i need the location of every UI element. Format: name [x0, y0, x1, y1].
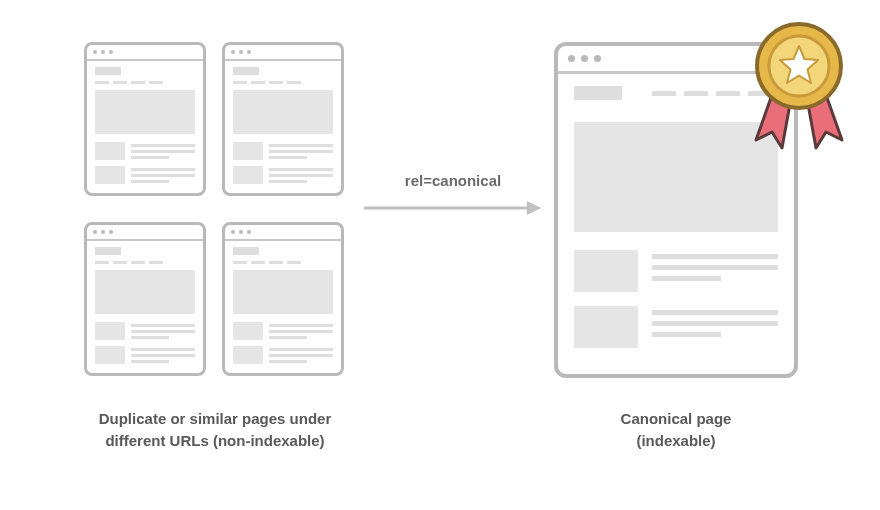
svg-marker-1 — [527, 201, 541, 215]
duplicate-page-thumbnail — [222, 222, 344, 376]
diagram-canvas: rel=canonical — [0, 0, 880, 510]
duplicate-page-thumbnail — [84, 42, 206, 196]
duplicate-page-thumbnail — [84, 222, 206, 376]
duplicate-caption: Duplicate or similar pages under differe… — [60, 408, 370, 452]
arrow-label: rel=canonical — [358, 172, 548, 189]
duplicate-page-thumbnail — [222, 42, 344, 196]
caption-line: Duplicate or similar pages under — [99, 410, 332, 427]
caption-line: Canonical page — [621, 410, 732, 427]
arrow-right-icon — [363, 197, 543, 219]
canonical-caption: Canonical page (indexable) — [540, 408, 812, 452]
caption-line: (indexable) — [636, 432, 715, 449]
star-medal-ribbon-icon — [744, 20, 854, 160]
caption-line: different URLs (non-indexable) — [105, 432, 324, 449]
rel-canonical-arrow: rel=canonical — [358, 172, 548, 219]
